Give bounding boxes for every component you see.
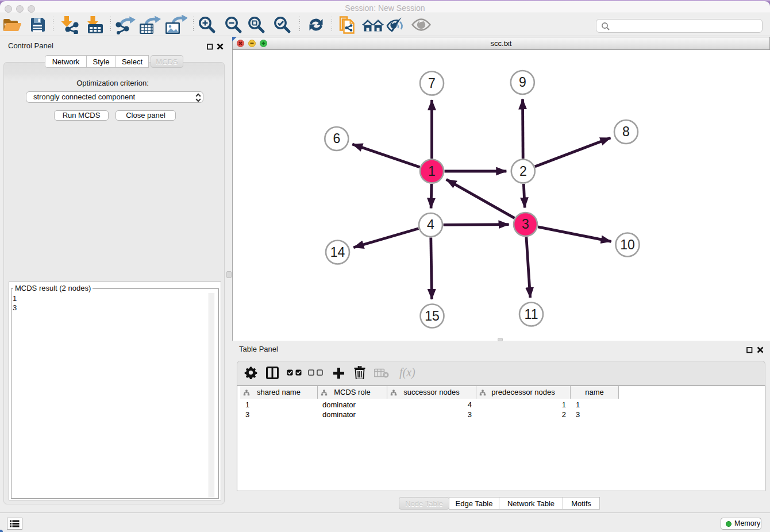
svg-text:7: 7 [428, 76, 436, 91]
svg-text:8: 8 [622, 124, 630, 139]
svg-text:6: 6 [333, 131, 340, 146]
svg-text:2: 2 [519, 164, 527, 179]
svg-text:1: 1 [428, 164, 436, 179]
svg-text:14: 14 [330, 245, 345, 260]
svg-text:10: 10 [620, 237, 635, 252]
svg-text:3: 3 [522, 217, 529, 232]
svg-text:9: 9 [519, 75, 526, 90]
svg-text:4: 4 [427, 217, 434, 232]
svg-text:11: 11 [525, 307, 538, 322]
svg-text:15: 15 [425, 309, 440, 323]
